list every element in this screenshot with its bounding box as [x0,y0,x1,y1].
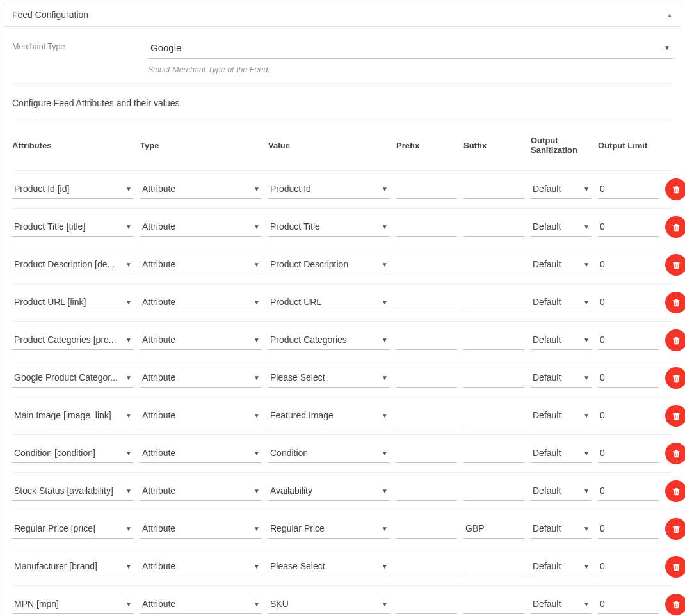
prefix-input[interactable] [396,368,457,388]
limit-input[interactable] [598,293,659,312]
sanitization-select[interactable]: Default ▼ [531,293,592,312]
sanitization-select[interactable]: Default ▼ [531,595,592,614]
limit-input[interactable] [598,519,659,539]
suffix-input[interactable] [463,217,524,237]
delete-row-button[interactable] [665,405,685,427]
sanitization-select[interactable]: Default ▼ [531,368,592,388]
col-attributes: Attributes [12,141,134,150]
prefix-input[interactable] [396,444,457,463]
value-select[interactable]: Product URL ▼ [268,293,390,312]
attribute-select[interactable]: MPN [mpn] ▼ [12,595,134,614]
delete-row-button[interactable] [665,594,685,615]
sanitization-select[interactable]: Default ▼ [531,180,592,199]
delete-row-button[interactable] [665,329,685,351]
suffix-input[interactable] [463,444,524,463]
suffix-input[interactable] [463,595,524,614]
limit-input[interactable] [598,217,659,237]
delete-row-button[interactable] [665,178,685,200]
delete-row-button[interactable] [665,292,685,313]
delete-row-button[interactable] [665,556,685,578]
type-select[interactable]: Attribute ▼ [140,595,262,614]
value-select[interactable]: Product Id ▼ [268,180,390,199]
attribute-select[interactable]: Product Categories [pro... ▼ [12,331,134,350]
prefix-input[interactable] [396,595,457,614]
type-select[interactable]: Attribute ▼ [140,217,262,237]
delete-row-button[interactable] [665,518,685,540]
attribute-select[interactable]: Product Title [title] ▼ [12,217,134,237]
type-select[interactable]: Attribute ▼ [140,519,262,539]
prefix-input[interactable] [396,180,457,199]
suffix-input[interactable] [463,255,524,274]
panel-header[interactable]: Feed Configuration ▲ [3,3,682,27]
type-select[interactable]: Attribute ▼ [140,255,262,274]
value-select[interactable]: Regular Price ▼ [268,519,390,539]
suffix-input[interactable] [463,557,524,576]
prefix-input[interactable] [396,557,457,576]
type-select[interactable]: Attribute ▼ [140,368,262,388]
value-value: Please Select [270,561,379,571]
sanitization-select[interactable]: Default ▼ [531,557,592,576]
attribute-select[interactable]: Regular Price [price] ▼ [12,519,134,539]
value-select[interactable]: Product Description ▼ [268,255,390,274]
limit-input[interactable] [598,595,659,614]
type-select[interactable]: Attribute ▼ [140,444,262,463]
type-select[interactable]: Attribute ▼ [140,180,262,199]
suffix-input[interactable] [463,482,524,501]
attribute-select[interactable]: Manufacturer [brand] ▼ [12,557,134,576]
type-select[interactable]: Attribute ▼ [140,482,262,501]
prefix-input[interactable] [396,217,457,237]
type-select[interactable]: Attribute ▼ [140,293,262,312]
attribute-select[interactable]: Product Description [de... ▼ [12,255,134,274]
sanitization-select[interactable]: Default ▼ [531,519,592,539]
prefix-input[interactable] [396,406,457,425]
value-select[interactable]: SKU ▼ [268,595,390,614]
prefix-input[interactable] [396,331,457,350]
limit-input[interactable] [598,180,659,199]
attribute-select[interactable]: Main Image [image_link] ▼ [12,406,134,425]
limit-input[interactable] [598,557,659,576]
suffix-input[interactable] [463,331,524,350]
value-select[interactable]: Availability ▼ [268,482,390,501]
sanitization-select[interactable]: Default ▼ [531,406,592,425]
attribute-select[interactable]: Product Id [id] ▼ [12,180,134,199]
merchant-type-select[interactable]: Google ▼ [148,38,673,59]
limit-input[interactable] [598,406,659,425]
type-select[interactable]: Attribute ▼ [140,331,262,350]
sanitization-select[interactable]: Default ▼ [531,331,592,350]
value-select[interactable]: Please Select ▼ [268,368,390,388]
delete-row-button[interactable] [665,367,685,389]
suffix-input[interactable] [463,180,524,199]
value-select[interactable]: Product Categories ▼ [268,331,390,350]
type-select[interactable]: Attribute ▼ [140,406,262,425]
prefix-input[interactable] [396,482,457,501]
type-select[interactable]: Attribute ▼ [140,557,262,576]
limit-input[interactable] [598,255,659,274]
prefix-input[interactable] [396,293,457,312]
limit-input[interactable] [598,482,659,501]
sanitization-select[interactable]: Default ▼ [531,255,592,274]
value-select[interactable]: Condition ▼ [268,444,390,463]
limit-input[interactable] [598,331,659,350]
suffix-input[interactable] [463,368,524,388]
value-select[interactable]: Please Select ▼ [268,557,390,576]
delete-row-button[interactable] [665,216,685,238]
value-select[interactable]: Featured Image ▼ [268,406,390,425]
suffix-input[interactable] [463,406,524,425]
attribute-select[interactable]: Stock Status [availability] ▼ [12,482,134,501]
delete-row-button[interactable] [665,254,685,276]
limit-input[interactable] [598,444,659,463]
sanitization-select[interactable]: Default ▼ [531,217,592,237]
prefix-input[interactable] [396,255,457,274]
delete-row-button[interactable] [665,480,685,502]
attribute-select[interactable]: Condition [condition] ▼ [12,444,134,463]
sanitization-select[interactable]: Default ▼ [531,482,592,501]
prefix-input[interactable] [396,519,457,539]
suffix-input[interactable] [463,519,524,539]
suffix-input[interactable] [463,293,524,312]
attribute-select[interactable]: Product URL [link] ▼ [12,293,134,312]
delete-row-button[interactable] [665,443,685,464]
sanitization-select[interactable]: Default ▼ [531,444,592,463]
attribute-select[interactable]: Google Product Categor... ▼ [12,368,134,388]
value-select[interactable]: Product Title ▼ [268,217,390,237]
limit-input[interactable] [598,368,659,388]
